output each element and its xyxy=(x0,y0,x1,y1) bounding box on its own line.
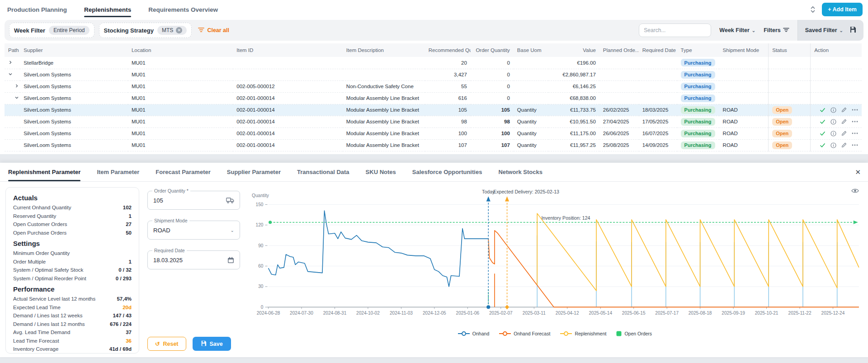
info-icon[interactable] xyxy=(830,107,836,113)
svg-text:2024-06-28: 2024-06-28 xyxy=(257,311,280,316)
detail-tab-forecast-parameter[interactable]: Forecast Parameter xyxy=(156,163,210,181)
table-row[interactable]: SilverLoom SystemsMU013,4270€2,860,987.1… xyxy=(5,69,862,80)
table-row[interactable]: SilverLoom SystemsMU01002-001-000014Modu… xyxy=(5,127,862,139)
table-row[interactable]: SilverLoom SystemsMU01002-001-000014Modu… xyxy=(5,104,862,116)
detail-tab-transactional-data[interactable]: Transactional Data xyxy=(297,163,349,181)
item-description-cell xyxy=(343,57,425,69)
collapse-expand-icon[interactable] xyxy=(810,6,816,13)
item-id-cell: 002-001-000014 xyxy=(233,116,343,127)
column-header-base-uom[interactable]: Base Uom xyxy=(514,43,548,57)
expand-chevron-right-icon[interactable] xyxy=(8,84,19,89)
stocking-strategy-chip[interactable]: Stocking Strategy MTS ✕ xyxy=(99,23,192,38)
column-header-item-id[interactable]: Item ID xyxy=(233,43,343,57)
legend-item-onhand[interactable]: Onhand xyxy=(458,331,489,336)
column-header-recommended-qu[interactable]: Recommended Qu... xyxy=(425,43,471,57)
legend-item-replenishment[interactable]: Replenishment xyxy=(560,331,606,336)
week-filter-dropdown[interactable]: Week Filter⌄ xyxy=(719,27,755,33)
more-options-icon[interactable] xyxy=(852,132,858,134)
eye-icon[interactable] xyxy=(851,187,859,195)
edit-pencil-icon[interactable] xyxy=(841,131,847,136)
svg-text:2025-05-14: 2025-05-14 xyxy=(589,311,612,316)
add-item-button[interactable]: + Add Item xyxy=(822,3,863,16)
column-header-status[interactable]: Status xyxy=(769,43,811,57)
planned-order-date-cell: 27/04/2025 xyxy=(599,116,639,127)
legend-item-open-orders[interactable]: Open Orders xyxy=(616,331,652,336)
more-options-icon[interactable] xyxy=(852,144,858,146)
column-header-supplier[interactable]: Supplier xyxy=(20,43,128,57)
info-icon[interactable] xyxy=(830,119,836,125)
reset-button[interactable]: ↺ Reset xyxy=(147,337,186,351)
expand-chevron-right-icon[interactable] xyxy=(8,60,13,66)
stat-value: 147 / 43 xyxy=(113,313,132,318)
column-header-path[interactable]: Path xyxy=(5,43,20,57)
edit-pencil-icon[interactable] xyxy=(841,119,847,124)
more-options-icon[interactable] xyxy=(852,121,858,123)
approve-check-icon[interactable] xyxy=(820,119,826,125)
table-row[interactable]: SilverLoom SystemsMU01002-001-000014Modu… xyxy=(5,92,862,104)
required-date-field[interactable]: Required Date 18.03.2025 xyxy=(147,250,240,269)
info-icon[interactable] xyxy=(830,142,836,148)
shipment-mode-label: Shipment Mode xyxy=(152,218,189,223)
edit-pencil-icon[interactable] xyxy=(841,142,847,148)
column-header-shipment-mode[interactable]: Shipment Mode xyxy=(719,43,769,57)
order-quantity-field[interactable]: Order Quantity * 105 xyxy=(147,191,240,210)
approve-check-icon[interactable] xyxy=(820,131,826,137)
remove-stocking-strategy-icon[interactable]: ✕ xyxy=(176,27,182,33)
action-cell xyxy=(811,69,862,80)
nav-tab-production-planning[interactable]: Production Planning xyxy=(7,0,67,19)
save-filter-icon[interactable] xyxy=(849,26,856,35)
info-icon[interactable] xyxy=(830,131,836,137)
column-header-planned-orde[interactable]: Planned Orde... xyxy=(599,43,639,57)
table-row[interactable]: SilverLoom SystemsMU01002-005-000012Non-… xyxy=(5,80,862,92)
table-row[interactable]: StellarBridgeMU01200€196.00Purchasing xyxy=(5,57,862,69)
column-header-type[interactable]: Type xyxy=(677,43,719,57)
detail-tab-item-parameter[interactable]: Item Parameter xyxy=(97,163,139,181)
approve-check-icon[interactable] xyxy=(820,107,826,113)
order-quantity-value[interactable]: 105 xyxy=(153,197,226,204)
svg-text:30: 30 xyxy=(258,284,264,289)
filters-button[interactable]: Filters xyxy=(764,27,789,34)
shipment-mode-cell: ROAD xyxy=(719,104,769,116)
clear-all-filters-button[interactable]: Clear all xyxy=(198,27,229,34)
table-header-row: PathSupplierLocationItem IDItem Descript… xyxy=(5,43,862,57)
location-cell: MU01 xyxy=(128,104,233,116)
more-options-icon[interactable] xyxy=(852,109,858,111)
column-header-action[interactable]: Action xyxy=(811,43,862,57)
week-filter-chip[interactable]: Week Filter Entire Period xyxy=(9,23,94,38)
detail-tab-sku-notes[interactable]: SKU Notes xyxy=(366,163,396,181)
column-header-order-quantity[interactable]: Order Quantity xyxy=(471,43,514,57)
clear-filter-icon xyxy=(198,27,204,34)
save-button[interactable]: Save xyxy=(193,337,231,351)
column-header-required-date[interactable]: Required Date xyxy=(639,43,677,57)
chart-canvas[interactable]: 0306090120150Quantity2024-06-282024-07-3… xyxy=(248,187,862,330)
column-header-value[interactable]: Value xyxy=(548,43,599,57)
table-row[interactable]: SilverLoom SystemsMU01002-001-000014Modu… xyxy=(5,116,862,127)
detail-tab-salesforce-opportunities[interactable]: Salesforce Opportunities xyxy=(412,163,482,181)
nav-tab-requirements-overview[interactable]: Requirements Overview xyxy=(148,0,218,19)
saved-filter-dropdown[interactable]: Saved Filter⌄ xyxy=(805,27,843,33)
detail-tab-replenishment-parameter[interactable]: Replenishment Parameter xyxy=(8,163,80,181)
shipment-mode-value[interactable]: ROAD xyxy=(153,227,231,234)
search-input[interactable] xyxy=(639,24,711,37)
column-header-item-description[interactable]: Item Description xyxy=(343,43,425,57)
approve-check-icon[interactable] xyxy=(820,142,826,148)
item-description-cell: Modular Assembly Line Bracket xyxy=(343,104,425,116)
detail-tab-network-stocks[interactable]: Network Stocks xyxy=(498,163,542,181)
shipment-mode-field[interactable]: Shipment Mode ROAD ⌄ xyxy=(147,221,240,240)
stat-row-lead-time-forecast: Lead Time Forecast36 xyxy=(13,337,132,345)
detail-tab-supplier-parameter[interactable]: Supplier Parameter xyxy=(227,163,281,181)
item-id-cell: 002-005-000012 xyxy=(233,80,343,92)
chevron-down-icon: ⌄ xyxy=(840,28,843,33)
table-row[interactable]: SilverLoom SystemsMU01002-001-000014Modu… xyxy=(5,139,862,151)
nav-tab-replenishments[interactable]: Replenishments xyxy=(84,0,131,19)
edit-pencil-icon[interactable] xyxy=(841,107,847,113)
expand-chevron-down-icon[interactable] xyxy=(8,72,13,77)
close-panel-icon[interactable]: ✕ xyxy=(855,168,861,176)
required-date-value[interactable]: 18.03.2025 xyxy=(153,257,227,264)
legend-item-onhand-forecast[interactable]: Onhand Forecast xyxy=(499,331,550,336)
type-cell: Purchasing xyxy=(677,92,719,104)
nav-tabs: Production Planning Replenishments Requi… xyxy=(7,0,218,19)
recommended-qty-cell: 55 xyxy=(425,80,471,92)
column-header-location[interactable]: Location xyxy=(128,43,233,57)
expand-chevron-down-icon[interactable] xyxy=(8,95,19,101)
